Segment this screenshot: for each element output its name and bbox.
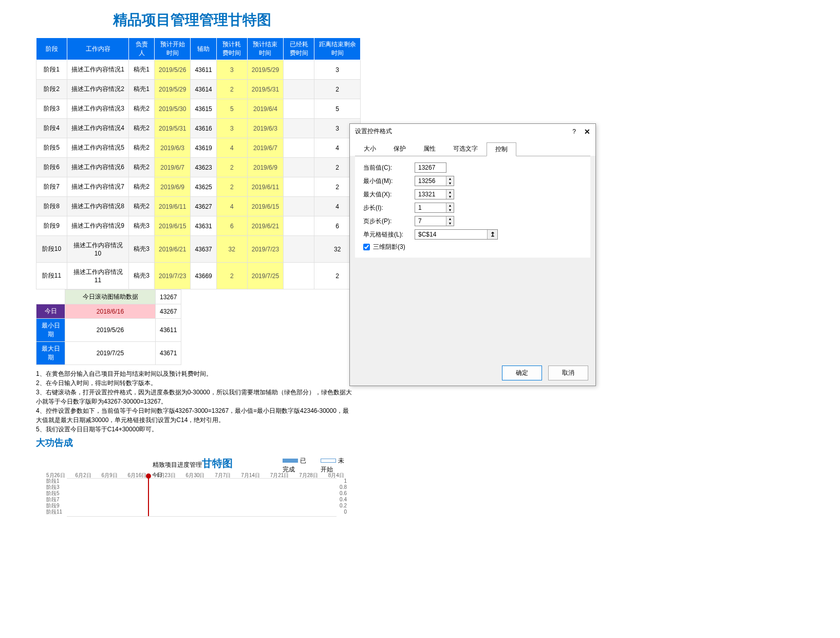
- page-step-input[interactable]: [415, 216, 446, 226]
- cell[interactable]: 2019/5/31: [155, 119, 191, 138]
- cell[interactable]: 稿壳3: [129, 263, 155, 289]
- cell[interactable]: 2019/5/29: [247, 60, 283, 80]
- cell[interactable]: 描述工作内容情况2: [67, 80, 129, 99]
- cell[interactable]: 稿壳3: [129, 216, 155, 236]
- cell[interactable]: 43627: [191, 197, 216, 216]
- cell[interactable]: 阶段11: [36, 263, 67, 289]
- table-row[interactable]: 阶段4描述工作内容情况4稿壳22019/5/314361632019/6/33: [36, 119, 361, 138]
- cell[interactable]: 稿壳2: [129, 177, 155, 197]
- today-value[interactable]: 2018/6/16: [65, 304, 156, 319]
- cell[interactable]: 32: [216, 236, 247, 263]
- table-row[interactable]: 阶段2描述工作内容情况2稿壳12019/5/294361422019/5/312: [36, 80, 361, 99]
- cell[interactable]: 描述工作内容情况11: [67, 263, 129, 289]
- cell[interactable]: 稿壳2: [129, 138, 155, 158]
- shadow-checkbox[interactable]: [363, 244, 370, 250]
- dialog-close-icon[interactable]: ✕: [584, 127, 590, 136]
- cell[interactable]: 2: [216, 177, 247, 197]
- cell[interactable]: 阶段1: [36, 60, 67, 80]
- cancel-button[interactable]: 取消: [548, 366, 588, 380]
- cell[interactable]: 2019/6/3: [155, 138, 191, 158]
- spin-up-icon[interactable]: ▲: [446, 176, 454, 181]
- tab-保护[interactable]: 保护: [385, 142, 415, 156]
- tab-控制[interactable]: 控制: [487, 142, 516, 156]
- cell[interactable]: 2019/5/26: [155, 60, 191, 80]
- cell[interactable]: 2019/7/23: [247, 236, 283, 263]
- cell[interactable]: 描述工作内容情况5: [67, 138, 129, 158]
- cell[interactable]: 描述工作内容情况3: [67, 99, 129, 119]
- cell[interactable]: 2019/5/31: [247, 80, 283, 99]
- table-row[interactable]: 阶段5描述工作内容情况5稿壳22019/6/34361942019/6/74: [36, 138, 361, 158]
- cell[interactable]: 43614: [191, 80, 216, 99]
- cell-link-input[interactable]: [415, 230, 487, 239]
- dialog-titlebar[interactable]: 设置控件格式 ? ✕: [350, 124, 595, 139]
- cell[interactable]: 阶段3: [36, 99, 67, 119]
- cell[interactable]: 稿壳1: [129, 60, 155, 80]
- table-row[interactable]: 阶段6描述工作内容情况6稿壳22019/6/74362322019/6/92: [36, 158, 361, 177]
- cell[interactable]: 2: [216, 158, 247, 177]
- cell[interactable]: 2019/6/3: [247, 119, 283, 138]
- cell[interactable]: 2019/6/4: [247, 99, 283, 119]
- cell[interactable]: 2019/6/9: [155, 177, 191, 197]
- tab-大小[interactable]: 大小: [355, 142, 385, 156]
- cell[interactable]: 2019/6/21: [247, 216, 283, 236]
- cell[interactable]: 描述工作内容情况8: [67, 197, 129, 216]
- cell[interactable]: 5: [216, 99, 247, 119]
- cell[interactable]: 2019/6/11: [247, 177, 283, 197]
- cell[interactable]: [284, 119, 314, 138]
- cell[interactable]: 阶段4: [36, 119, 67, 138]
- cell[interactable]: 43615: [191, 99, 216, 119]
- cell[interactable]: 描述工作内容情况9: [67, 216, 129, 236]
- dialog-help-icon[interactable]: ?: [572, 128, 576, 135]
- spin-up-icon[interactable]: ▲: [446, 216, 454, 221]
- spin-up-icon[interactable]: ▲: [446, 203, 454, 208]
- table-row[interactable]: 阶段7描述工作内容情况7稿壳22019/6/94362522019/6/112: [36, 177, 361, 197]
- cell[interactable]: 2: [314, 80, 361, 99]
- cell[interactable]: 43625: [191, 177, 216, 197]
- cell[interactable]: 4: [216, 197, 247, 216]
- cell[interactable]: 3: [314, 60, 361, 80]
- ok-button[interactable]: 确定: [502, 366, 542, 380]
- cell[interactable]: 3: [216, 119, 247, 138]
- cell[interactable]: 2019/6/7: [247, 138, 283, 158]
- cell[interactable]: 阶段7: [36, 177, 67, 197]
- cell[interactable]: 描述工作内容情况10: [67, 236, 129, 263]
- table-row[interactable]: 阶段9描述工作内容情况9稿壳32019/6/154363162019/6/216: [36, 216, 361, 236]
- cell[interactable]: 稿壳2: [129, 158, 155, 177]
- cell[interactable]: 2019/7/25: [247, 263, 283, 289]
- spin-down-icon[interactable]: ▼: [446, 194, 454, 199]
- cell[interactable]: 43637: [191, 236, 216, 263]
- cell[interactable]: 2019/7/23: [155, 263, 191, 289]
- cell[interactable]: 5: [314, 99, 361, 119]
- cell[interactable]: 稿壳1: [129, 80, 155, 99]
- cell-link-ref-icon[interactable]: ↥: [487, 230, 497, 239]
- spin-down-icon[interactable]: ▼: [446, 181, 454, 186]
- cell[interactable]: 43611: [191, 60, 216, 80]
- cell[interactable]: 43619: [191, 138, 216, 158]
- table-row[interactable]: 阶段8描述工作内容情况8稿壳22019/6/114362742019/6/154: [36, 197, 361, 216]
- cell[interactable]: 阶段6: [36, 158, 67, 177]
- cell[interactable]: 稿壳2: [129, 99, 155, 119]
- cell[interactable]: 43669: [191, 263, 216, 289]
- cell[interactable]: 2019/6/7: [155, 158, 191, 177]
- table-row[interactable]: 阶段11描述工作内容情况11稿壳32019/7/234366922019/7/2…: [36, 263, 361, 289]
- cell[interactable]: 43631: [191, 216, 216, 236]
- cell[interactable]: 3: [216, 60, 247, 80]
- spin-up-icon[interactable]: ▲: [446, 190, 454, 194]
- cell[interactable]: 阶段2: [36, 80, 67, 99]
- max-value-input[interactable]: [415, 190, 446, 199]
- cell[interactable]: 43616: [191, 119, 216, 138]
- tab-属性[interactable]: 属性: [415, 142, 444, 156]
- cell[interactable]: 阶段8: [36, 197, 67, 216]
- cell[interactable]: 4: [216, 138, 247, 158]
- cell[interactable]: 阶段5: [36, 138, 67, 158]
- cell[interactable]: 描述工作内容情况4: [67, 119, 129, 138]
- cell[interactable]: 2019/5/29: [155, 80, 191, 99]
- cell[interactable]: 描述工作内容情况6: [67, 158, 129, 177]
- cell[interactable]: 2019/6/15: [247, 197, 283, 216]
- cell[interactable]: 阶段10: [36, 236, 67, 263]
- cell[interactable]: 描述工作内容情况7: [67, 177, 129, 197]
- cell[interactable]: 2019/6/15: [155, 216, 191, 236]
- cell[interactable]: [284, 236, 314, 263]
- cell[interactable]: [284, 80, 314, 99]
- cell[interactable]: [284, 177, 314, 197]
